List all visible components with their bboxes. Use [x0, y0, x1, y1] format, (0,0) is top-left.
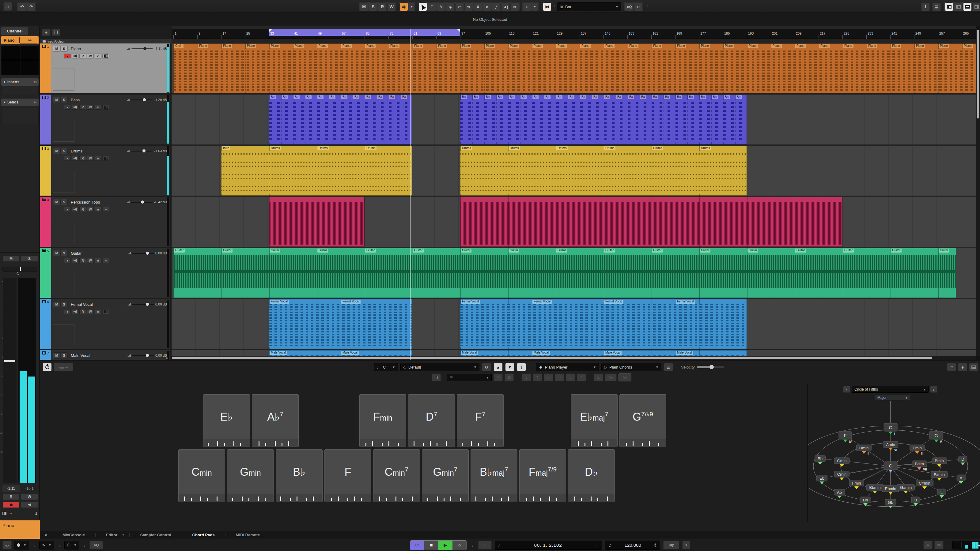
track-picture-box[interactable] — [53, 222, 75, 244]
chord-pad-A7[interactable]: A♭7 — [252, 394, 299, 447]
solo-button[interactable]: S — [60, 301, 68, 307]
mute-button[interactable]: M — [53, 353, 60, 359]
freeze-button[interactable]: ∞ — [102, 258, 109, 263]
solo-button[interactable]: S — [60, 250, 68, 256]
midi-record-mode-select[interactable]: ☉▼ — [64, 541, 80, 549]
voicing-sliders-icon[interactable]: ≣ — [664, 363, 673, 371]
glue-tool[interactable]: ➥ — [465, 2, 473, 11]
previous-voicing-icon[interactable]: ⇦ — [544, 373, 553, 381]
write-button[interactable]: W — [87, 54, 94, 59]
volume-control[interactable]: 0.00 dB — [127, 251, 167, 255]
timeline-ruler[interactable]: 1917253341495765738189971051131211291371… — [172, 29, 976, 39]
volume-control[interactable]: 0.00 dB — [127, 354, 167, 357]
cof-node-Dmin[interactable]: Dmin — [856, 445, 872, 451]
chord-pad-Cmin[interactable]: Cmin — [178, 449, 225, 502]
track-color-tab[interactable]: 6 — [40, 299, 51, 349]
volume-knob[interactable] — [143, 47, 146, 50]
play-tool[interactable]: ◄) — [501, 2, 510, 11]
chord-pad-D7[interactable]: D7 — [408, 394, 455, 447]
track-color-tab[interactable]: 4 — [40, 197, 51, 247]
record-enable-button[interactable]: ● — [64, 54, 71, 59]
record-mode-select[interactable]: ▼ — [14, 541, 29, 549]
solo-button[interactable]: S — [60, 46, 68, 52]
tab-sampler-control[interactable]: Sampler Control — [130, 533, 181, 537]
chord-pad-Emaj7[interactable]: E♭maj7 — [571, 394, 617, 447]
strip-footer-track-label[interactable]: Piano — [0, 520, 40, 539]
volume-slider[interactable] — [132, 304, 154, 305]
edit-channel-button[interactable]: e — [95, 156, 102, 161]
cof-node-Fmin[interactable]: Fmin — [849, 480, 864, 486]
inspector-track-label[interactable]: Piano ↦ — [1, 36, 38, 44]
cof-node-Ab[interactable]: Ab — [834, 489, 845, 495]
track-picture-box[interactable] — [53, 120, 75, 142]
adaptive-voicing-button[interactable]: AV — [605, 373, 617, 381]
edit-channel-button[interactable]: e — [95, 309, 102, 314]
erase-tool[interactable]: ◈ — [446, 2, 455, 11]
quantize-icon[interactable]: ⌕Q — [625, 2, 633, 11]
folder-track-row[interactable]: Input/Output — [40, 39, 172, 43]
horizontal-scroll-thumb[interactable] — [172, 357, 932, 359]
strip-solo-button[interactable]: S — [21, 256, 38, 262]
drum-map-button[interactable] — [102, 309, 109, 314]
volume-fader[interactable] — [3, 278, 16, 483]
sends-bypass-icon[interactable]: ⊢ — [34, 100, 37, 105]
punch-icon[interactable]: ⇉ — [399, 2, 408, 11]
voicing-up-icon[interactable]: ⌃ — [577, 373, 586, 381]
cof-node-Gsmin[interactable]: G#min — [897, 484, 915, 491]
mute-button[interactable]: M — [53, 301, 60, 307]
write-automation-button[interactable]: W — [21, 494, 38, 500]
track-header-male-vocal[interactable]: 7MSMale Vocal0.00 dB●RWe — [40, 350, 170, 360]
inserts-section-header[interactable]: ▼ Inserts ⊡ — [1, 78, 38, 86]
volume-control[interactable]: -1.11 dB — [127, 47, 167, 51]
left-zone-alt-toggle[interactable] — [954, 2, 963, 11]
cof-node-A[interactable]: A — [957, 475, 966, 481]
chord-pad-Bmaj7[interactable]: B♭maj7 — [471, 449, 517, 502]
lock-icon[interactable]: ⚿ — [594, 373, 603, 381]
chord-pad-D[interactable]: D♭ — [568, 449, 615, 502]
primary-time-display[interactable]: ♩ 80. 1. 2.102 ⋮ — [495, 541, 602, 550]
cof-node-Amin[interactable]: Amin — [883, 441, 898, 448]
track-header-femal-vocal[interactable]: 6MSFemal Vocal0.00 dB●RWe — [40, 299, 170, 349]
insert-slot-empty[interactable] — [1, 87, 38, 95]
add-track-button[interactable]: + — [42, 29, 51, 36]
read-button[interactable]: R — [80, 258, 86, 263]
chord-pad-Fmin[interactable]: Fmin — [360, 394, 406, 447]
volume-knob[interactable] — [146, 354, 149, 357]
write-button[interactable]: W — [87, 258, 94, 263]
onscreen-keyboard-icon[interactable]: ▤ — [932, 2, 941, 11]
split-tool[interactable]: ✂ — [455, 2, 464, 11]
volume-knob[interactable] — [146, 252, 149, 255]
grid-type-select[interactable]: ⊞ Bar ▼ — [557, 2, 621, 11]
vertical-scroll-thumb[interactable] — [977, 30, 979, 119]
chord-pad-F7[interactable]: F7 — [457, 394, 504, 447]
voicing-down-icon[interactable]: ⌄ — [566, 373, 575, 381]
drum-map-button[interactable] — [102, 105, 109, 110]
transpose-up-icon[interactable]: ⇡ — [533, 373, 542, 381]
cof-node-Emin[interactable]: Emin — [910, 445, 925, 451]
clip-region[interactable]: CminPianoPianoPianoPianoPianoPianoPianoP… — [173, 43, 976, 94]
metronome-button[interactable]: △ — [923, 541, 932, 549]
undo-icon[interactable]: ↶ — [18, 2, 26, 11]
cof-node-Bdim[interactable]: Bdim — [912, 461, 927, 467]
tap-tempo-button[interactable]: Tap — [663, 541, 679, 549]
zoom-tool[interactable]: ⌕ — [483, 2, 492, 11]
inserts-bypass-icon[interactable]: ⊡ — [34, 80, 37, 84]
cof-node-Csmin[interactable]: C#min — [916, 480, 934, 486]
track-color-tab[interactable]: 7 — [40, 350, 51, 360]
chord-pad-G79[interactable]: G7/♭9 — [619, 394, 666, 447]
transport-gear-icon[interactable]: ⚙ — [934, 541, 943, 549]
sends-section-header[interactable]: ▼ Sends ⊢ — [1, 98, 38, 106]
cof-node-Bb[interactable]: Bb — [815, 456, 826, 462]
track-presets-icon[interactable]: ❐ — [52, 29, 60, 36]
volume-control[interactable]: -6.42 dB — [126, 200, 167, 204]
edit-channel-button[interactable]: e — [95, 54, 102, 59]
solo-button[interactable]: S — [60, 199, 68, 205]
spinner-icon[interactable]: ▲▼ — [654, 543, 657, 548]
editor-dropdown-icon[interactable]: ▾ — [122, 533, 124, 537]
chord-assistant-toggle[interactable]: ▪▬ ➦ — [54, 363, 73, 371]
pre-record-button[interactable]: ◖ — [478, 541, 492, 549]
global-s-button[interactable]: S — [369, 2, 377, 11]
edit-channel-button[interactable]: e — [95, 105, 102, 110]
root-key-select[interactable]: ♩ C ▼ — [374, 363, 398, 371]
volume-control[interactable]: 0.00 dB — [127, 302, 167, 306]
